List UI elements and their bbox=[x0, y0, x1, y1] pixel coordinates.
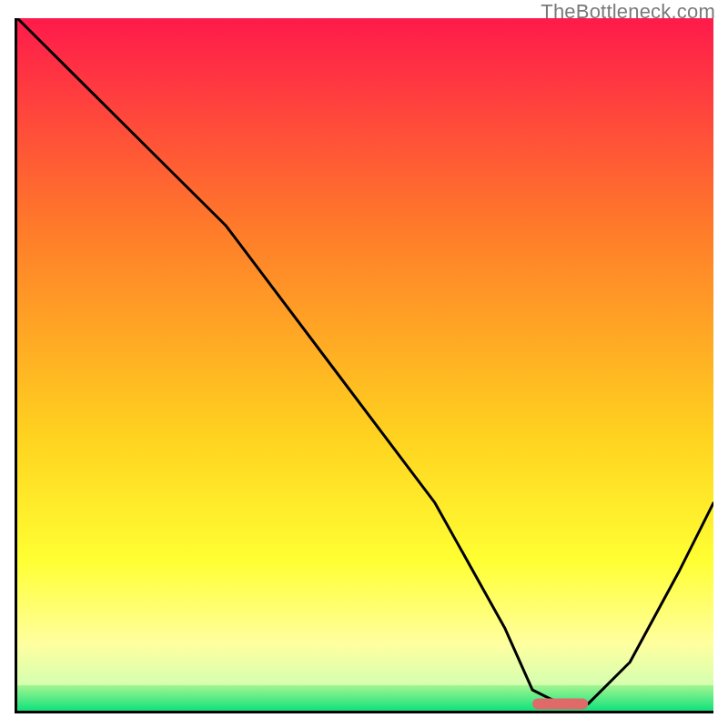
bottleneck-curve-path bbox=[17, 18, 713, 703]
curve-layer bbox=[17, 18, 713, 711]
plot-area bbox=[15, 18, 713, 713]
bottleneck-chart: TheBottleneck.com bbox=[0, 0, 728, 728]
optimal-range-marker bbox=[532, 698, 588, 709]
